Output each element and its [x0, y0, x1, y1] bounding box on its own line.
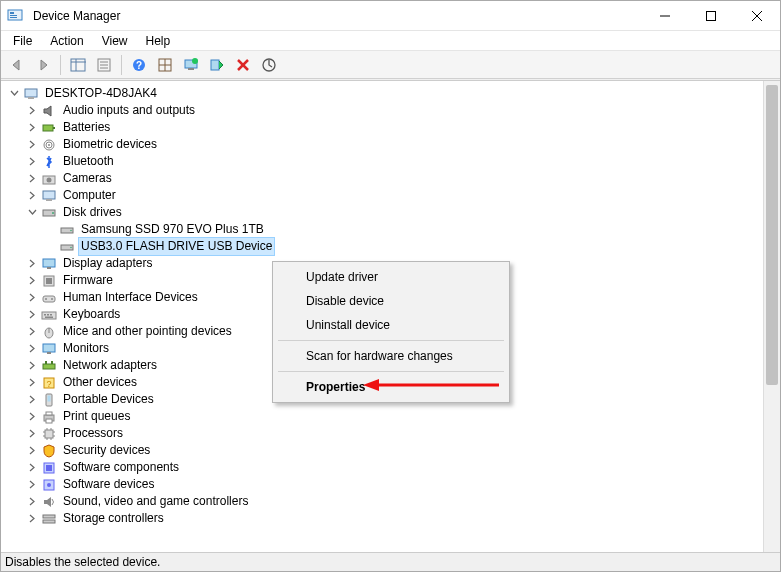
- tree-category[interactable]: Biometric devices: [3, 136, 780, 153]
- back-button[interactable]: [5, 53, 29, 77]
- tree-category-label: Keyboards: [61, 306, 122, 323]
- tree-category[interactable]: Print queues: [3, 408, 780, 425]
- svg-rect-1: [10, 12, 14, 14]
- category-icon: [41, 103, 57, 119]
- chevron-right-icon[interactable]: [25, 104, 39, 118]
- category-icon: [41, 290, 57, 306]
- minimize-button[interactable]: [642, 1, 688, 30]
- chevron-right-icon[interactable]: [25, 342, 39, 356]
- tree-category[interactable]: Computer: [3, 187, 780, 204]
- tree-category[interactable]: Processors: [3, 425, 780, 442]
- tree-category[interactable]: Sound, video and game controllers: [3, 493, 780, 510]
- close-button[interactable]: [734, 1, 780, 30]
- tree-device[interactable]: USB3.0 FLASH DRIVE USB Device: [3, 238, 780, 255]
- tree-category[interactable]: Software components: [3, 459, 780, 476]
- tree-device[interactable]: Samsung SSD 970 EVO Plus 1TB: [3, 221, 780, 238]
- tree-category-label: Processors: [61, 425, 125, 442]
- svg-rect-47: [46, 278, 52, 284]
- vertical-scrollbar[interactable]: [763, 81, 780, 552]
- update-driver-button[interactable]: [179, 53, 203, 77]
- scan-hardware-button[interactable]: [257, 53, 281, 77]
- svg-point-22: [192, 58, 198, 64]
- chevron-right-icon[interactable]: [25, 308, 39, 322]
- uninstall-button[interactable]: [231, 53, 255, 77]
- chevron-right-icon[interactable]: [25, 291, 39, 305]
- chevron-right-icon[interactable]: [25, 376, 39, 390]
- tree-category[interactable]: Security devices: [3, 442, 780, 459]
- toolbar: ?: [1, 51, 780, 79]
- statusbar: Disables the selected device.: [1, 552, 780, 571]
- svg-rect-29: [43, 125, 53, 131]
- chevron-right-icon[interactable]: [25, 121, 39, 135]
- menu-file[interactable]: File: [5, 32, 40, 50]
- chevron-down-icon[interactable]: [7, 87, 21, 101]
- svg-rect-23: [211, 60, 219, 70]
- tree-category-label: Software devices: [61, 476, 156, 493]
- svg-rect-52: [44, 314, 46, 316]
- chevron-right-icon[interactable]: [25, 478, 39, 492]
- chevron-right-icon[interactable]: [25, 427, 39, 441]
- tree-category[interactable]: Audio inputs and outputs: [3, 102, 780, 119]
- context-menu-item[interactable]: Update driver: [276, 265, 506, 289]
- tree-category[interactable]: Software devices: [3, 476, 780, 493]
- chevron-right-icon[interactable]: [25, 189, 39, 203]
- properties-button[interactable]: [92, 53, 116, 77]
- category-icon: [41, 477, 57, 493]
- disk-icon: [59, 239, 75, 255]
- enable-device-button[interactable]: [205, 53, 229, 77]
- context-menu-item[interactable]: Disable device: [276, 289, 506, 313]
- tree-category[interactable]: Batteries: [3, 119, 780, 136]
- chevron-right-icon[interactable]: [25, 461, 39, 475]
- svg-rect-2: [10, 15, 17, 16]
- svg-rect-58: [43, 344, 55, 352]
- help-button[interactable]: ?: [127, 53, 151, 77]
- chevron-right-icon[interactable]: [25, 495, 39, 509]
- category-icon: [41, 494, 57, 510]
- svg-point-39: [52, 212, 54, 214]
- tree-category[interactable]: Storage controllers: [3, 510, 780, 527]
- context-menu-item[interactable]: Uninstall device: [276, 313, 506, 337]
- svg-rect-69: [46, 419, 52, 423]
- svg-rect-27: [25, 89, 37, 97]
- chevron-right-icon[interactable]: [25, 274, 39, 288]
- menu-view[interactable]: View: [94, 32, 136, 50]
- tree-category-label: Security devices: [61, 442, 152, 459]
- tree-category-label: Human Interface Devices: [61, 289, 200, 306]
- forward-button[interactable]: [31, 53, 55, 77]
- category-icon: [41, 409, 57, 425]
- svg-rect-36: [43, 191, 55, 199]
- maximize-button[interactable]: [688, 1, 734, 30]
- svg-rect-30: [53, 127, 55, 129]
- chevron-right-icon[interactable]: [25, 155, 39, 169]
- tree-category[interactable]: Cameras: [3, 170, 780, 187]
- chevron-right-icon[interactable]: [25, 257, 39, 271]
- menu-action[interactable]: Action: [42, 32, 91, 50]
- tree-category-label: Portable Devices: [61, 391, 156, 408]
- chevron-right-icon[interactable]: [25, 444, 39, 458]
- tree-root[interactable]: DESKTOP-4D8JAK4: [3, 85, 780, 102]
- grid-button[interactable]: [153, 53, 177, 77]
- chevron-down-icon[interactable]: [25, 206, 39, 220]
- tree-category-label: Network adapters: [61, 357, 159, 374]
- category-icon: ?: [41, 375, 57, 391]
- show-hide-tree-button[interactable]: [66, 53, 90, 77]
- context-menu-item[interactable]: Properties: [276, 375, 506, 399]
- window-controls: [642, 1, 780, 30]
- tree-category[interactable]: Disk drives: [3, 204, 780, 221]
- chevron-right-icon[interactable]: [25, 359, 39, 373]
- tree-category[interactable]: Bluetooth: [3, 153, 780, 170]
- scrollbar-thumb[interactable]: [766, 85, 778, 385]
- menu-help[interactable]: Help: [138, 32, 179, 50]
- toolbar-separator: [60, 55, 61, 75]
- svg-point-41: [70, 229, 72, 231]
- context-menu-item[interactable]: Scan for hardware changes: [276, 344, 506, 368]
- svg-rect-84: [43, 520, 55, 523]
- svg-rect-59: [47, 352, 51, 354]
- chevron-right-icon[interactable]: [25, 325, 39, 339]
- chevron-right-icon[interactable]: [25, 172, 39, 186]
- category-icon: [41, 120, 57, 136]
- chevron-right-icon[interactable]: [25, 138, 39, 152]
- chevron-right-icon[interactable]: [25, 393, 39, 407]
- chevron-right-icon[interactable]: [25, 512, 39, 526]
- chevron-right-icon[interactable]: [25, 410, 39, 424]
